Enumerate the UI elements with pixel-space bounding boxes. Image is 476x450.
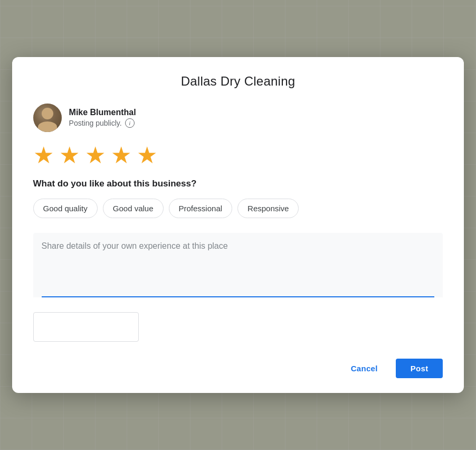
tag-responsive[interactable]: Responsive <box>237 199 299 218</box>
tag-good-value[interactable]: Good value <box>103 199 164 218</box>
review-dialog: Dallas Dry Cleaning Mike Blumenthal Post… <box>12 57 464 393</box>
photo-placeholder <box>33 312 139 342</box>
star-5[interactable]: ★ <box>137 144 157 167</box>
question-label: What do you like about this business? <box>33 179 443 189</box>
posting-row: Posting publicly. i <box>69 118 136 128</box>
textarea-underline <box>42 296 435 297</box>
tag-good-quality[interactable]: Good quality <box>33 199 98 218</box>
user-info: Mike Blumenthal Posting publicly. i <box>69 108 136 128</box>
tag-professional[interactable]: Professional <box>169 199 233 218</box>
star-1[interactable]: ★ <box>33 144 54 167</box>
star-2[interactable]: ★ <box>59 144 80 167</box>
tags-container: Good quality Good value Professional Res… <box>33 199 443 218</box>
dialog-title: Dallas Dry Cleaning <box>33 74 443 89</box>
review-textarea[interactable] <box>42 241 435 294</box>
post-button[interactable]: Post <box>396 359 443 378</box>
textarea-wrapper <box>33 233 443 297</box>
stars-row: ★ ★ ★ ★ ★ <box>33 144 443 167</box>
dialog-footer: Cancel Post <box>33 359 443 378</box>
star-3[interactable]: ★ <box>85 144 106 167</box>
star-4[interactable]: ★ <box>111 144 131 167</box>
avatar <box>33 104 62 132</box>
info-icon[interactable]: i <box>125 118 135 128</box>
avatar-image <box>33 104 62 132</box>
posting-label: Posting publicly. <box>69 119 122 127</box>
user-row: Mike Blumenthal Posting publicly. i <box>33 104 443 132</box>
user-name: Mike Blumenthal <box>69 108 136 117</box>
cancel-button[interactable]: Cancel <box>339 359 389 378</box>
